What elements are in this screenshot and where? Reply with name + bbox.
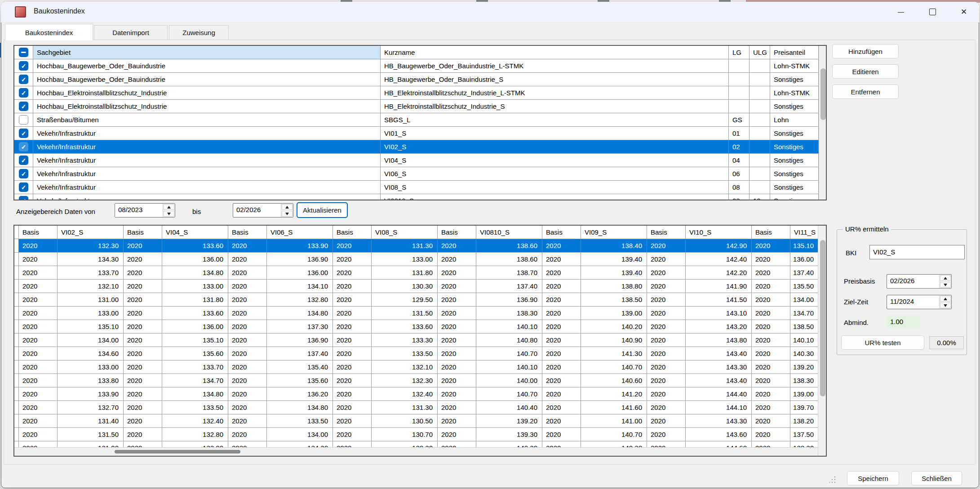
remove-button[interactable]: Entfernen [832, 84, 899, 99]
values-table-row[interactable]: 2020133.002020133.602020134.802020131.50… [14, 307, 826, 320]
row-checkbox-cell[interactable]: ✓ [14, 73, 33, 86]
checkbox-checked[interactable]: ✓ [19, 169, 28, 178]
bki-table-row[interactable]: Straßenbau/BitumenSBGS_LGSLohn [14, 113, 826, 127]
col-header-lg[interactable]: LG [729, 46, 749, 59]
horizontal-scroll-thumb[interactable] [115, 450, 240, 453]
ur-test-button[interactable]: UR% testen [841, 335, 924, 350]
zielzeit-spinner[interactable]: 11/2024 [887, 295, 952, 309]
row-checkbox-cell[interactable]: ✓ [14, 127, 33, 140]
bki-table-row[interactable]: ✓Hochbau_Baugewerbe_Oder_BauindustrieHB_… [14, 73, 826, 86]
spin-down-button[interactable] [940, 282, 951, 288]
series-header-cell[interactable]: VI08_S [372, 226, 438, 239]
basis-header-cell[interactable]: Basis [647, 226, 686, 239]
bki-table-row[interactable]: ✓Vekehr/InfrastrukturVI02_S02Sonstiges [14, 140, 826, 154]
basis-header-cell[interactable]: Basis [124, 226, 162, 239]
bki-table-row[interactable]: ✓Hochbau_Elektroinstallblitzschutz_Indus… [14, 86, 826, 100]
spin-up-button[interactable] [940, 275, 951, 281]
bki-table-row[interactable]: ✓Vekehr/InfrastrukturVI01_S01Sonstiges [14, 127, 826, 140]
basis-header-cell[interactable]: Basis [542, 226, 581, 239]
minimize-button[interactable] [887, 2, 915, 22]
col-header-preisanteil[interactable]: Preisanteil [770, 46, 819, 59]
row-checkbox-cell[interactable]: ✓ [14, 167, 33, 180]
date-from-value[interactable]: 08/2023 [115, 204, 163, 217]
bki-table-row[interactable]: ✓Vekehr/InfrastrukturVI0810_S0810Sonstig… [14, 194, 826, 200]
spin-down-button[interactable] [164, 211, 174, 217]
values-table-row[interactable]: 2020133.002020133.702020135.402020132.10… [14, 360, 826, 374]
bki-table-row[interactable]: ✓Vekehr/InfrastrukturVI06_S06Sonstiges [14, 167, 826, 181]
tab-zuweisung[interactable]: Zuweisung [169, 25, 229, 40]
bki-table-row[interactable]: ✓Vekehr/InfrastrukturVI04_S04Sonstiges [14, 154, 826, 167]
values-table-row[interactable]: 2020131.502020132.802020134.002020130.70… [14, 428, 826, 441]
close-button[interactable]: ✕ [949, 2, 978, 22]
col-header-kurzname[interactable]: Kurzname [381, 46, 729, 59]
upper-table-vertical-scrollbar[interactable] [819, 46, 827, 200]
basis-header-cell[interactable]: Basis [228, 226, 267, 239]
preisbasis-spinner[interactable]: 02/2026 [887, 274, 952, 289]
row-checkbox-cell[interactable]: ✓ [14, 86, 33, 99]
series-header-cell[interactable]: VI09_S [581, 226, 647, 239]
values-table-horizontal-scrollbar[interactable] [14, 447, 818, 456]
values-table-row[interactable]: 2020134.602020135.602020137.402020133.50… [14, 347, 826, 360]
date-from-spinner[interactable]: 08/2023 [115, 203, 175, 218]
values-table-row[interactable]: 2020135.102020136.002020137.302020133.60… [14, 320, 826, 333]
values-table-row[interactable]: 2020133.702020134.802020136.002020131.80… [14, 266, 826, 280]
basis-header-cell[interactable]: Basis [752, 226, 790, 239]
checkbox-checked[interactable]: ✓ [19, 182, 28, 192]
values-table-row[interactable]: 2020133.802020134.702020135.602020132.30… [14, 374, 826, 387]
bki-input[interactable]: VI02_S [869, 245, 965, 259]
values-table-row[interactable]: 2020134.002020135.102020136.902020133.30… [14, 333, 826, 347]
select-all-cell[interactable] [14, 46, 33, 59]
basis-header-cell[interactable]: Basis [19, 226, 58, 239]
row-checkbox-cell[interactable]: ✓ [14, 59, 33, 72]
checkbox-checked[interactable]: ✓ [19, 196, 28, 200]
maximize-button[interactable] [918, 2, 947, 22]
save-button[interactable]: Speichern [847, 471, 899, 485]
values-table-row[interactable]: 2020131.002020131.802020132.802020129.50… [14, 293, 826, 307]
checkbox-checked[interactable]: ✓ [19, 129, 28, 138]
values-table-vertical-scrollbar[interactable] [818, 226, 827, 456]
values-table-row[interactable]: 2020132.302020133.602020133.902020131.30… [14, 239, 826, 253]
series-header-cell[interactable]: VI0810_S [476, 226, 542, 239]
close-dialog-button[interactable]: Schließen [911, 471, 962, 485]
basis-header-cell[interactable]: Basis [438, 226, 476, 239]
select-all-checkbox-indeterminate[interactable] [19, 48, 28, 57]
values-table-row[interactable]: 2020133.902020134.802020136.202020132.40… [14, 387, 826, 401]
row-checkbox-cell[interactable]: ✓ [14, 100, 33, 113]
preisbasis-value[interactable]: 02/2026 [887, 275, 939, 288]
date-to-spinner[interactable]: 02/2026 [233, 203, 293, 218]
col-header-sachgebiet[interactable]: Sachgebiet [33, 46, 381, 59]
row-checkbox-cell[interactable]: ✓ [14, 181, 33, 194]
series-header-cell[interactable]: VI04_S [162, 226, 228, 239]
date-to-value[interactable]: 02/2026 [233, 204, 281, 217]
spin-up-button[interactable] [164, 204, 174, 210]
spin-down-button[interactable] [282, 211, 293, 217]
series-header-cell[interactable]: VI06_S [267, 226, 333, 239]
spin-up-button[interactable] [940, 296, 951, 302]
upper-table-scroll-thumb[interactable] [820, 68, 826, 120]
bki-table-row[interactable]: ✓Vekehr/InfrastrukturVI08_S08Sonstiges [14, 181, 826, 194]
row-checkbox-cell[interactable] [14, 113, 33, 126]
checkbox-checked[interactable]: ✓ [19, 142, 28, 151]
series-header-cell[interactable]: VI02_S [58, 226, 124, 239]
zielzeit-value[interactable]: 11/2024 [887, 295, 939, 309]
add-button[interactable]: Hinzufügen [832, 44, 899, 58]
edit-button[interactable]: Editieren [832, 64, 899, 79]
series-header-cell[interactable]: VI11_S [790, 226, 819, 239]
spin-down-button[interactable] [940, 302, 951, 308]
refresh-button[interactable]: Aktualisieren [297, 202, 348, 218]
checkbox-checked[interactable]: ✓ [19, 88, 28, 98]
vertical-scroll-thumb[interactable] [820, 240, 825, 396]
bki-table-row[interactable]: ✓Hochbau_Baugewerbe_Oder_BauindustrieHB_… [14, 59, 826, 73]
values-table-row[interactable]: 2020134.302020136.002020136.902020133.00… [14, 253, 826, 266]
checkbox-checked[interactable]: ✓ [19, 156, 28, 165]
checkbox-checked[interactable]: ✓ [19, 75, 28, 84]
row-checkbox-cell[interactable]: ✓ [14, 154, 33, 167]
spin-up-button[interactable] [282, 204, 293, 210]
checkbox-checked[interactable]: ✓ [19, 61, 28, 71]
values-table-row[interactable]: 2020131.402020132.402020133.502020130.50… [14, 414, 826, 428]
row-checkbox-cell[interactable]: ✓ [14, 194, 33, 200]
tab-baukostenindex[interactable]: Baukostenindex [5, 24, 93, 40]
col-header-ulg[interactable]: ULG [749, 46, 770, 59]
basis-header-cell[interactable]: Basis [333, 226, 372, 239]
tab-datenimport[interactable]: Datenimport [94, 25, 168, 40]
